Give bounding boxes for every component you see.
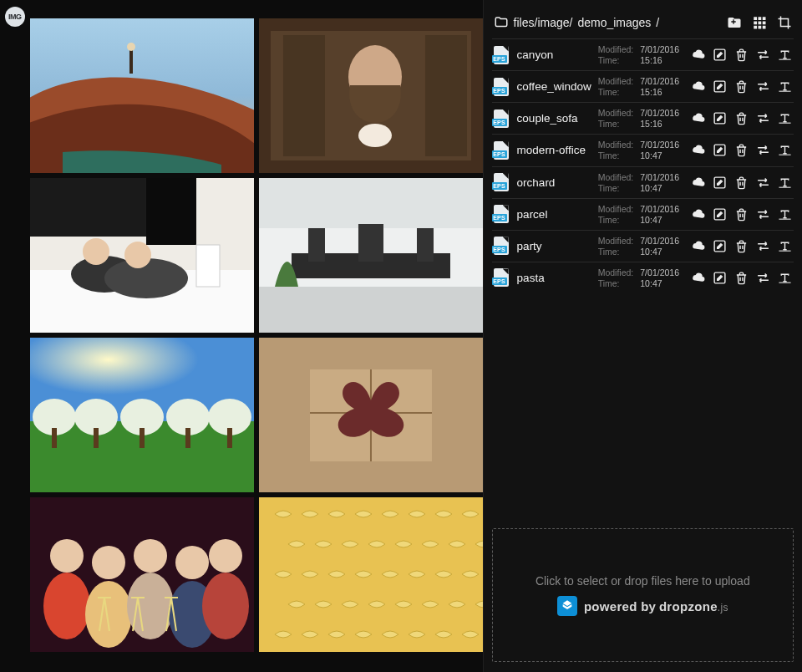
move-icon[interactable] bbox=[756, 143, 770, 157]
text-icon[interactable] bbox=[778, 176, 792, 190]
breadcrumb-root[interactable]: files/image/ bbox=[514, 16, 573, 29]
edit-icon[interactable] bbox=[713, 111, 727, 125]
move-icon[interactable] bbox=[756, 176, 770, 190]
delete-icon[interactable] bbox=[734, 79, 749, 94]
download-icon[interactable] bbox=[691, 176, 705, 190]
delete-icon[interactable] bbox=[734, 176, 749, 190]
edit-icon[interactable] bbox=[713, 79, 727, 94]
thumbnail-parcel[interactable] bbox=[259, 338, 483, 492]
folder-icon bbox=[494, 15, 509, 30]
move-icon[interactable] bbox=[756, 48, 770, 62]
file-type-icon: EPS bbox=[494, 237, 509, 255]
svg-rect-10 bbox=[30, 178, 146, 237]
download-icon[interactable] bbox=[691, 111, 705, 125]
file-row[interactable]: EPSmodern-officeModified:7/01/2016Time:1… bbox=[492, 134, 794, 165]
svg-point-15 bbox=[83, 238, 109, 265]
mini-sidebar: IMG bbox=[0, 0, 30, 672]
svg-rect-57 bbox=[754, 26, 757, 29]
file-row[interactable]: EPScanyonModified:7/01/2016Time:15:16 bbox=[492, 38, 794, 70]
breadcrumb-current[interactable]: demo_images bbox=[577, 16, 651, 29]
download-icon[interactable] bbox=[691, 239, 705, 253]
file-name: modern-office bbox=[515, 144, 591, 156]
file-row-actions bbox=[691, 271, 792, 285]
file-meta: Modified:7/01/2016Time:15:16 bbox=[598, 108, 679, 129]
edit-icon[interactable] bbox=[713, 271, 727, 285]
text-icon[interactable] bbox=[778, 48, 792, 62]
dropzone[interactable]: Click to select or drop files here to up… bbox=[492, 528, 794, 662]
crop-icon[interactable] bbox=[777, 15, 792, 30]
file-row[interactable]: EPSparcelModified:7/01/2016Time:10:47 bbox=[492, 198, 794, 230]
file-row-actions bbox=[691, 48, 792, 62]
svg-point-40 bbox=[43, 573, 90, 639]
file-meta: Modified:7/01/2016Time:10:47 bbox=[598, 204, 679, 225]
move-icon[interactable] bbox=[756, 239, 770, 253]
edit-icon[interactable] bbox=[713, 143, 727, 157]
delete-icon[interactable] bbox=[734, 271, 749, 285]
download-icon[interactable] bbox=[691, 271, 705, 285]
file-type-icon: EPS bbox=[494, 141, 509, 160]
file-row-actions bbox=[691, 207, 792, 221]
svg-point-45 bbox=[134, 539, 167, 573]
thumbnail-couple_sofa[interactable] bbox=[30, 178, 254, 333]
download-icon[interactable] bbox=[691, 79, 705, 94]
svg-rect-52 bbox=[759, 17, 762, 20]
delete-icon[interactable] bbox=[734, 111, 749, 125]
edit-icon[interactable] bbox=[713, 176, 727, 190]
image-gallery bbox=[30, 0, 483, 672]
file-type-icon: EPS bbox=[494, 268, 509, 287]
move-icon[interactable] bbox=[756, 79, 770, 94]
file-row[interactable]: EPScoffee_windowModified:7/01/2016Time:1… bbox=[492, 70, 794, 102]
thumbnail-coffee_window[interactable] bbox=[259, 18, 483, 173]
text-icon[interactable] bbox=[778, 271, 792, 285]
file-meta: Modified:7/01/2016Time:10:47 bbox=[598, 172, 679, 193]
text-icon[interactable] bbox=[778, 79, 792, 94]
move-icon[interactable] bbox=[756, 271, 770, 285]
svg-point-49 bbox=[209, 539, 242, 573]
thumbnail-party[interactable] bbox=[30, 497, 254, 652]
delete-icon[interactable] bbox=[734, 207, 749, 221]
svg-point-16 bbox=[124, 242, 151, 268]
thumbnail-canyon[interactable] bbox=[30, 18, 254, 173]
edit-icon[interactable] bbox=[713, 48, 727, 62]
svg-point-47 bbox=[175, 546, 209, 579]
dropzone-wordmark: dropzone bbox=[659, 599, 718, 613]
svg-rect-28 bbox=[52, 428, 57, 448]
file-meta: Modified:7/01/2016Time:10:47 bbox=[598, 236, 679, 257]
thumbnail-orchard[interactable] bbox=[30, 338, 254, 492]
svg-rect-59 bbox=[763, 26, 766, 29]
file-row[interactable]: EPSorchardModified:7/01/2016Time:10:47 bbox=[492, 166, 794, 198]
delete-icon[interactable] bbox=[734, 143, 749, 157]
edit-icon[interactable] bbox=[713, 207, 727, 221]
thumbnail-modern-office[interactable] bbox=[259, 178, 483, 333]
edit-icon[interactable] bbox=[713, 239, 727, 253]
download-icon[interactable] bbox=[691, 207, 705, 221]
dropzone-powered-by: powered by bbox=[584, 599, 656, 613]
grid-view-icon[interactable] bbox=[752, 15, 767, 30]
file-type-icon: EPS bbox=[494, 78, 509, 96]
file-meta: Modified:7/01/2016Time:10:47 bbox=[598, 140, 679, 160]
download-icon[interactable] bbox=[691, 143, 705, 157]
file-row[interactable]: EPSpartyModified:7/01/2016Time:10:47 bbox=[492, 230, 794, 262]
download-icon[interactable] bbox=[691, 48, 705, 62]
file-row-actions bbox=[691, 79, 792, 94]
move-icon[interactable] bbox=[756, 111, 770, 125]
svg-rect-54 bbox=[754, 22, 757, 25]
file-row[interactable]: EPScouple_sofaModified:7/01/2016Time:15:… bbox=[492, 102, 794, 134]
delete-icon[interactable] bbox=[734, 48, 749, 62]
delete-icon[interactable] bbox=[734, 239, 749, 253]
move-icon[interactable] bbox=[756, 207, 770, 221]
svg-rect-51 bbox=[754, 17, 757, 20]
svg-rect-32 bbox=[140, 428, 145, 448]
text-icon[interactable] bbox=[778, 207, 792, 221]
file-name: coffee_window bbox=[515, 80, 591, 93]
file-row[interactable]: EPSpastaModified:7/01/2016Time:10:47 bbox=[492, 262, 794, 293]
text-icon[interactable] bbox=[778, 111, 792, 125]
text-icon[interactable] bbox=[778, 239, 792, 253]
thumbnail-pasta[interactable] bbox=[259, 497, 483, 652]
svg-rect-11 bbox=[146, 178, 196, 245]
text-icon[interactable] bbox=[778, 143, 792, 157]
breadcrumb-bar: files/image/ demo_images / bbox=[492, 12, 794, 38]
app-logo[interactable]: IMG bbox=[5, 7, 25, 27]
dropzone-logo-icon bbox=[557, 596, 577, 616]
new-folder-icon[interactable] bbox=[727, 15, 742, 30]
